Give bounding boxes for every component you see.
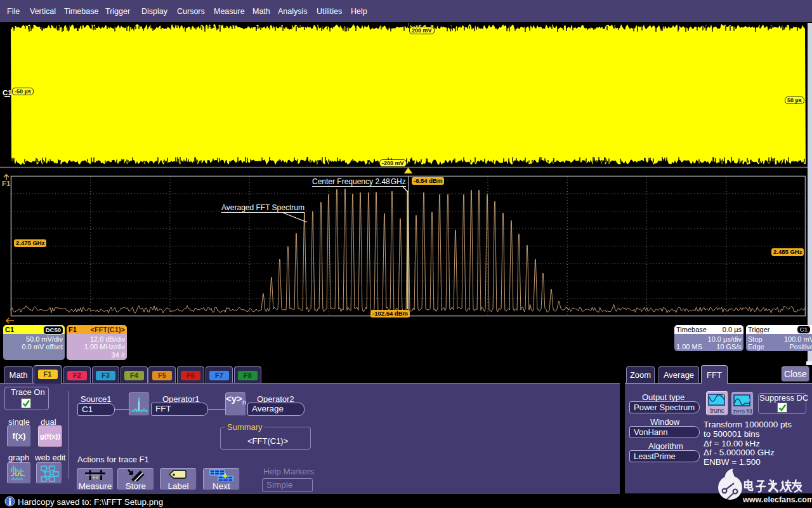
svg-text:www.elecfans.com: www.elecfans.com <box>742 495 812 504</box>
